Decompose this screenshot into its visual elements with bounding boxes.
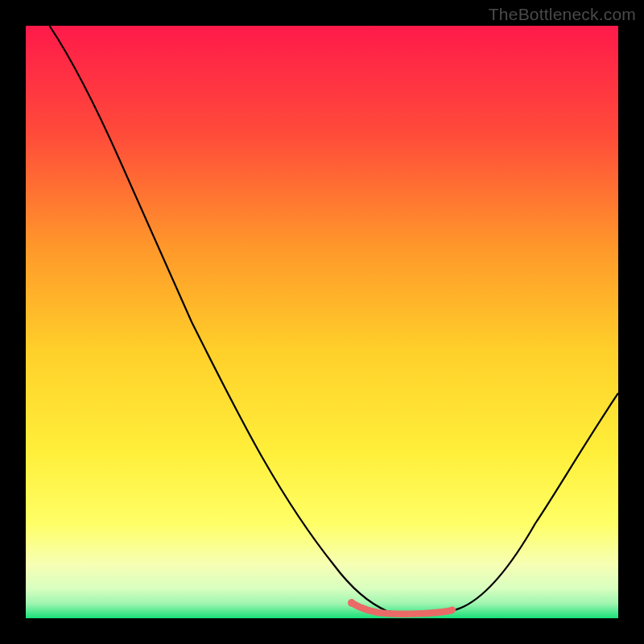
- optimal-range-marker: [352, 603, 452, 614]
- optimal-range-start-dot: [348, 599, 356, 607]
- chart-curves: [26, 26, 618, 618]
- watermark-text: TheBottleneck.com: [489, 5, 636, 24]
- bottleneck-curve: [49, 26, 618, 613]
- chart-plot-area: [26, 26, 618, 618]
